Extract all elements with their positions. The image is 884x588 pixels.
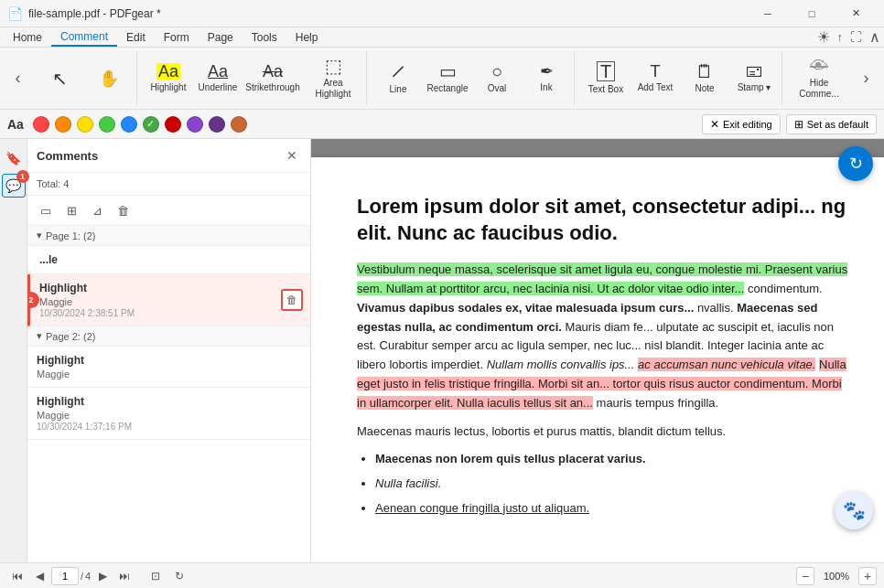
page-next-button[interactable]: ▶	[92, 566, 113, 586]
comment-item-1[interactable]: ...le	[27, 246, 310, 274]
window-controls: ─ □ ✕	[747, 0, 877, 27]
color-yellow[interactable]	[77, 116, 93, 133]
color-orange[interactable]	[55, 116, 71, 133]
color-dark-red[interactable]	[165, 116, 181, 133]
page-first-button[interactable]: ⏮	[7, 566, 27, 586]
exit-editing-button[interactable]: ✕ Exit editing	[702, 114, 781, 134]
underline-label: Underline	[199, 82, 238, 93]
oval-icon: ○	[491, 62, 502, 80]
collapse-icon[interactable]: ∧	[869, 28, 880, 46]
rotate-button[interactable]: ↻	[169, 566, 189, 586]
comment-2-actions: 🗑	[281, 289, 303, 311]
area-highlight-label: Area Highlight	[306, 78, 361, 100]
zoom-value: 100%	[818, 571, 855, 582]
page-separator: /	[81, 571, 83, 582]
comment-3-author: Maggie	[37, 369, 301, 380]
highlight-button[interactable]: Aa Highlight	[145, 52, 192, 105]
comment-2-delete-button[interactable]: 🗑	[281, 289, 303, 311]
fit-page-button[interactable]: ⊡	[146, 566, 166, 586]
line-label: Line	[390, 84, 407, 95]
menu-edit[interactable]: Edit	[117, 29, 155, 46]
underline-icon: Aa	[208, 63, 228, 80]
stamp-button[interactable]: 🖃 Stamp ▾	[730, 52, 778, 105]
menu-form[interactable]: Form	[155, 29, 199, 46]
toolbar-nav-prev[interactable]: ‹	[7, 52, 28, 105]
note-icon: 🗒	[695, 62, 714, 80]
sync-button[interactable]: ↻	[838, 146, 873, 181]
line-button[interactable]: ─ Line	[374, 52, 422, 105]
comment-item-3[interactable]: Highlight Maggie	[27, 347, 310, 388]
comments-delete-button[interactable]: 🗑	[112, 199, 134, 221]
strikethrough-label: Strikethrough	[245, 82, 299, 93]
page-prev-button[interactable]: ◀	[29, 566, 49, 586]
close-button[interactable]: ✕	[835, 0, 877, 27]
area-highlight-button[interactable]: ⬚ Area Highlight	[304, 52, 362, 105]
floating-logo-icon: 🐾	[843, 499, 866, 521]
maximize-button[interactable]: □	[791, 0, 833, 27]
zoom-in-button[interactable]: +	[858, 567, 877, 585]
note-label: Note	[695, 83, 714, 94]
page-last-button[interactable]: ⏭	[114, 566, 135, 586]
note-button[interactable]: 🗒 Note	[681, 52, 728, 105]
addtext-button[interactable]: T Add Text	[631, 52, 679, 105]
underline-button[interactable]: Aa Underline	[194, 52, 242, 105]
addtext-icon: T	[651, 63, 661, 80]
set-default-button[interactable]: ⊞ Set as default	[786, 114, 877, 134]
color-brown[interactable]	[231, 116, 247, 133]
brightness-icon[interactable]: ☀	[817, 28, 830, 46]
hide-comments-button[interactable]: 👁 Hide Comme...	[790, 52, 848, 105]
zoom-control: − 100% +	[796, 567, 877, 585]
floating-logo-button[interactable]: 🐾	[835, 491, 873, 529]
menu-help[interactable]: Help	[286, 29, 328, 46]
toolbar-nav-next[interactable]: ›	[856, 52, 877, 105]
color-green[interactable]	[99, 116, 115, 133]
color-blue[interactable]	[121, 116, 137, 133]
color-red[interactable]	[33, 116, 49, 133]
color-check-green[interactable]: ✓	[143, 116, 159, 133]
line-icon: ─	[386, 59, 411, 84]
comment-item-4[interactable]: Highlight Maggie 10/30/2024 1:37:16 PM	[27, 388, 310, 440]
textbox-button[interactable]: T Text Box	[582, 52, 630, 105]
page-current-input[interactable]: 1	[51, 567, 79, 585]
comments-filter-button[interactable]: ⊿	[86, 199, 108, 221]
comments-collapse-button[interactable]: ⊞	[60, 199, 82, 221]
sidebar-bookmarks-button[interactable]: 🔖	[2, 146, 26, 170]
hide-comments-label: Hide Comme...	[792, 78, 846, 100]
comment-2-time: 10/30/2024 2:38:51 PM	[39, 308, 301, 318]
comment-item-2[interactable]: Highlight Maggie 10/30/2024 2:38:51 PM 🗑…	[27, 274, 310, 326]
hand-tool-button[interactable]: ✋	[85, 52, 133, 105]
hand-icon: ✋	[99, 70, 119, 87]
set-default-label: Set as default	[807, 119, 868, 130]
minimize-button[interactable]: ─	[747, 0, 789, 27]
color-purple[interactable]	[187, 116, 203, 133]
color-dark-purple[interactable]	[209, 116, 225, 133]
menu-comment[interactable]: Comment	[51, 28, 117, 47]
comments-title: Comments	[37, 149, 283, 163]
oval-button[interactable]: ○ Oval	[473, 52, 521, 105]
comments-panel: Comments ✕ Total: 4 ▭ ⊞ ⊿ 🗑 ▾ Page 1: (2…	[27, 139, 311, 562]
badge-2: 2	[27, 292, 39, 308]
set-default-icon: ⊞	[794, 118, 803, 131]
comments-expand-button[interactable]: ▭	[35, 199, 57, 221]
menu-page[interactable]: Page	[199, 29, 243, 46]
menu-home[interactable]: Home	[4, 29, 51, 46]
toolbar-group-view: 👁 Hide Comme...	[786, 51, 852, 105]
bottom-bar: ⏮ ◀ 1 / 4 ▶ ⏭ ⊡ ↻ − 100% +	[0, 562, 884, 588]
rectangle-button[interactable]: ▭ Rectangle	[424, 52, 471, 105]
page-group-2-label: Page 2: (2)	[46, 331, 95, 342]
zoom-out-button[interactable]: −	[796, 567, 814, 585]
sidebar-comments-button[interactable]: 💬 1	[2, 174, 26, 198]
app-title: file-sample.pdf - PDFgear *	[28, 7, 747, 20]
ink-button[interactable]: ✒ Ink	[523, 52, 570, 105]
comments-toolbar: ▭ ⊞ ⊿ 🗑	[27, 196, 310, 226]
share-icon[interactable]: ↑	[837, 30, 844, 44]
comments-header: Comments ✕	[27, 139, 310, 173]
fullscreen-icon[interactable]: ⛶	[850, 30, 862, 44]
highlight-label: Highlight	[151, 82, 187, 93]
comments-close-button[interactable]: ✕	[283, 146, 301, 165]
cursor-tool-button[interactable]: ↖	[36, 52, 83, 105]
toolbar-group-text: T Text Box T Add Text 🗒 Note 🖃 Stamp ▾	[578, 51, 782, 105]
strikethrough-button[interactable]: Aa Strikethrough	[243, 52, 302, 105]
menu-tools[interactable]: Tools	[243, 29, 286, 46]
pdf-bullet-list: Maecenas non lorem quis tellus placerat …	[375, 450, 851, 518]
